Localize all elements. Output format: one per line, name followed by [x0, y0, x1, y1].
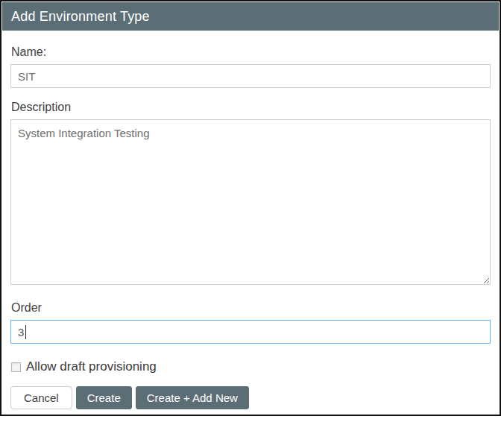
allow-draft-label: Allow draft provisioning [26, 359, 157, 374]
allow-draft-row: Allow draft provisioning [10, 359, 491, 374]
text-caret [25, 325, 26, 339]
order-input[interactable] [10, 320, 491, 344]
add-environment-type-dialog: Add Environment Type Name: Description S… [0, 0, 501, 416]
description-label: Description [11, 101, 491, 114]
name-label: Name: [11, 45, 491, 59]
name-input[interactable] [10, 64, 491, 88]
create-button[interactable]: Create [76, 386, 132, 409]
allow-draft-checkbox[interactable] [11, 362, 21, 372]
dialog-body: Name: Description System Integration Tes… [1, 45, 500, 409]
dialog-header: Add Environment Type [2, 2, 499, 31]
description-textarea[interactable]: System Integration Testing [10, 119, 491, 285]
create-add-new-button[interactable]: Create + Add New [136, 386, 249, 409]
dialog-title: Add Environment Type [11, 9, 150, 25]
order-label: Order [11, 301, 491, 315]
screen: Add Environment Type Name: Description S… [0, 0, 504, 422]
dialog-button-row: Cancel Create Create + Add New [10, 386, 491, 409]
cancel-button[interactable]: Cancel [10, 386, 72, 409]
order-input-wrap [10, 320, 491, 344]
